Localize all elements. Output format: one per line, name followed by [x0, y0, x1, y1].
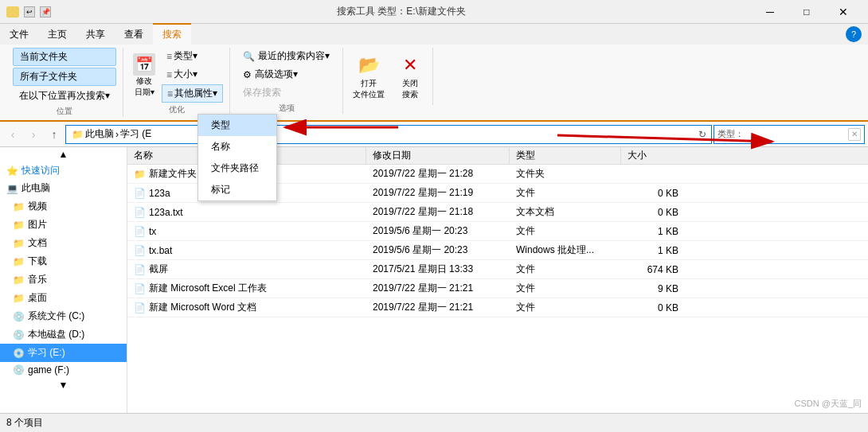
file-cell-size: 0 KB: [621, 207, 685, 218]
file-cell-date: 2017/5/21 星期日 13:33: [366, 263, 510, 276]
minimize-button[interactable]: ─: [752, 0, 788, 24]
table-row[interactable]: 📄新建 Microsoft Excel 工作表 2019/7/22 星期一 21…: [127, 279, 868, 298]
file-cell-date: 2019/5/6 星期一 20:23: [366, 224, 510, 238]
address-bar[interactable]: 📁 此电脑 › 学习 (E ↻: [65, 125, 712, 144]
help-icon[interactable]: ?: [846, 26, 862, 42]
file-cell-name: 📄tx.bat: [127, 245, 366, 256]
file-cell-size: 9 KB: [621, 283, 685, 294]
type-dropdown-button[interactable]: ≡ 类型▾: [162, 48, 223, 64]
file-cell-size: 0 KB: [621, 188, 685, 199]
column-header-date[interactable]: 修改日期: [366, 147, 510, 164]
location-group-label: 位置: [57, 106, 72, 117]
sidebar-item-music[interactable]: 📁音乐: [0, 270, 127, 289]
other-props-button[interactable]: ≡ 其他属性▾: [162, 84, 223, 103]
table-row[interactable]: 📄tx 2019/5/6 星期一 20:23 文件 1 KB: [127, 222, 868, 241]
table-row[interactable]: 📄截屏 2017/5/21 星期日 13:33 文件 674 KB: [127, 260, 868, 279]
tab-home[interactable]: 主页: [38, 25, 76, 45]
path-icon: 📁: [71, 128, 84, 141]
breadcrumb-drive[interactable]: 学习 (E: [120, 127, 151, 141]
recent-searches-button[interactable]: 🔍 最近的搜索内容▾: [237, 48, 336, 64]
sidebar-item-this-pc[interactable]: 💻此电脑: [0, 179, 127, 197]
pin-icon[interactable]: 📌: [40, 6, 51, 18]
sidebar-item-documents[interactable]: 📁文档: [0, 234, 127, 252]
file-cell-name: 📄新建 Microsoft Word 文档: [127, 301, 366, 314]
table-row[interactable]: 📄123a.txt 2019/7/22 星期一 21:18 文本文档 0 KB: [127, 203, 868, 222]
tab-search[interactable]: 搜索: [153, 23, 191, 45]
sidebar-scroll-up[interactable]: ▲: [0, 147, 127, 162]
file-cell-type: Windows 批处理...: [510, 243, 621, 257]
file-cell-size: 0 KB: [621, 302, 685, 313]
file-cell-size: 1 KB: [621, 245, 685, 256]
sidebar-item-c-drive[interactable]: 💿系统文件 (C:): [0, 307, 127, 325]
back-button[interactable]: ‹: [3, 125, 22, 144]
current-folder-button[interactable]: 当前文件夹: [13, 48, 116, 66]
sidebar-item-downloads[interactable]: 📁下载: [0, 252, 127, 270]
sidebar-item-desktop[interactable]: 📁桌面: [0, 289, 127, 307]
open-location-button[interactable]: 📂 打开文件位置: [350, 51, 388, 102]
file-cell-date: 2019/5/6 星期一 20:23: [366, 243, 510, 257]
dropdown-item-folder-path[interactable]: 文件夹路径: [198, 158, 276, 179]
search-text: 类型：: [717, 128, 848, 140]
ribbon-group-refine: 📅 修改日期▾ ≡ 类型▾ ≡ 大小▾ ≡ 其他属性▾ 优化: [123, 48, 230, 115]
file-cell-date: 2019/7/22 星期一 21:21: [366, 301, 510, 314]
tab-file[interactable]: 文件: [0, 25, 38, 45]
up-button[interactable]: ↑: [45, 125, 64, 144]
dropdown-item-name[interactable]: 名称: [198, 136, 276, 158]
folder-icon: [6, 6, 19, 18]
dropdown-item-tag[interactable]: 标记: [198, 179, 276, 200]
sidebar-item-videos[interactable]: 📁视频: [0, 197, 127, 216]
tab-view[interactable]: 查看: [115, 25, 153, 45]
file-cell-type: 文件: [510, 224, 621, 238]
file-cell-type: 文件: [510, 282, 621, 295]
search-clear-button[interactable]: ✕: [848, 128, 861, 141]
sidebar-scroll-down[interactable]: ▼: [0, 378, 127, 392]
file-cell-size: 1 KB: [621, 226, 685, 237]
status-count: 8 个项目: [6, 416, 43, 430]
column-header-type[interactable]: 类型: [510, 147, 621, 164]
undo-icon[interactable]: ↩: [24, 6, 35, 18]
advanced-options-button[interactable]: ⚙ 高级选项▾: [237, 66, 336, 83]
size-dropdown-button[interactable]: ≡ 大小▾: [162, 66, 223, 83]
maximize-button[interactable]: □: [788, 0, 825, 24]
sidebar: ▲ ⭐快速访问 💻此电脑 📁视频 📁图片 📁文档 📁下载 📁音乐 📁桌面 💿系统…: [0, 147, 127, 422]
sidebar-item-quick-access[interactable]: ⭐快速访问: [0, 162, 127, 179]
title-bar-text: 搜索工具 类型：E:\新建文件夹: [337, 5, 466, 18]
options-group-label: 选项: [279, 103, 295, 114]
sidebar-item-d-drive[interactable]: 💿本地磁盘 (D:): [0, 325, 127, 344]
sidebar-item-f-drive[interactable]: 💿game (F:): [0, 362, 127, 378]
breadcrumb-this-pc[interactable]: 此电脑: [85, 127, 114, 141]
file-cell-type: 文本文档: [510, 205, 621, 219]
close-search-button[interactable]: ✕ 关闭搜索: [394, 51, 426, 102]
sidebar-item-pictures[interactable]: 📁图片: [0, 216, 127, 234]
all-subfolders-button[interactable]: 所有子文件夹: [13, 68, 116, 86]
modify-date-button[interactable]: 📅 修改日期▾: [130, 52, 158, 99]
dropdown-menu: 类型 名称 文件夹路径 标记: [197, 114, 277, 201]
file-cell-type: 文件: [510, 301, 621, 314]
file-cell-date: 2019/7/22 星期一 21:21: [366, 282, 510, 295]
file-cell-size: 674 KB: [621, 264, 685, 275]
breadcrumb-sep: ›: [115, 129, 119, 140]
forward-button[interactable]: ›: [24, 125, 43, 144]
table-row[interactable]: 📄新建 Microsoft Word 文档 2019/7/22 星期一 21:2…: [127, 298, 868, 317]
refine-group-label: 优化: [169, 104, 185, 115]
table-row[interactable]: 📄tx.bat 2019/5/6 星期一 20:23 Windows 批处理..…: [127, 241, 868, 260]
watermark: CSDN @天蓝_同: [794, 398, 862, 410]
file-cell-name: 📄截屏: [127, 263, 366, 276]
refresh-icon[interactable]: ↻: [698, 129, 706, 140]
file-cell-name: 📄123a.txt: [127, 207, 366, 218]
column-header-size[interactable]: 大小: [621, 147, 685, 164]
file-cell-type: 文件: [510, 263, 621, 276]
search-again-button[interactable]: 在以下位置再次搜索▾: [13, 88, 116, 104]
file-cell-name: 📄tx: [127, 226, 366, 237]
search-box[interactable]: 类型： ✕: [714, 125, 865, 144]
close-button[interactable]: ✕: [825, 0, 862, 24]
tab-share[interactable]: 共享: [76, 25, 115, 45]
file-cell-date: 2019/7/22 星期一 21:28: [366, 167, 510, 181]
status-bar: 8 个项目: [0, 413, 868, 432]
save-search-button[interactable]: 保存搜索: [237, 84, 336, 101]
file-cell-name: 📄新建 Microsoft Excel 工作表: [127, 282, 366, 295]
file-cell-type: 文件: [510, 186, 621, 200]
ribbon-group-actions: 📂 打开文件位置 ✕ 关闭搜索: [343, 48, 433, 105]
sidebar-item-e-drive[interactable]: 💿学习 (E:): [0, 344, 127, 362]
dropdown-item-type[interactable]: 类型: [198, 115, 276, 136]
